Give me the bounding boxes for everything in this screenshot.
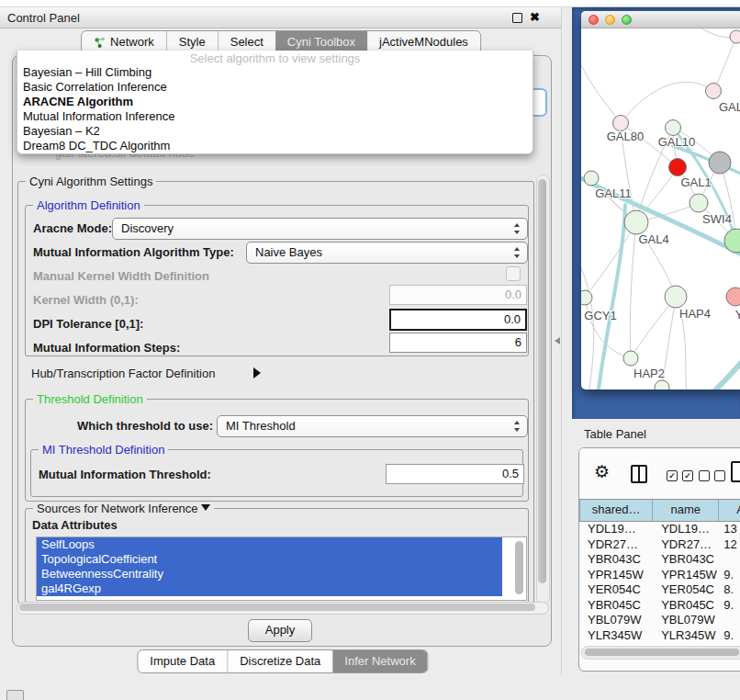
table-row[interactable]: YER054CYER054C8.	[579, 582, 740, 598]
bottom-tab-label: Discretize Data	[240, 650, 320, 672]
scrollbar-thumb[interactable]	[538, 179, 546, 583]
network-node-hap4[interactable]	[665, 286, 687, 308]
network-node-gal[interactable]	[706, 84, 722, 99]
zoom-traffic-light-icon[interactable]	[622, 15, 632, 25]
aracne-mode-combo[interactable]: Discovery	[112, 218, 528, 240]
table-row[interactable]: YBR043CYBR043C	[579, 552, 740, 568]
bottom-tab-label: Infer Network	[344, 650, 415, 672]
dropdown-item-basic-correlation-inference[interactable]: Basic Correlation Inference	[17, 80, 533, 95]
mutual-information-threshold-label: Mutual Information Threshold:	[39, 468, 211, 481]
dropdown-item-dream8-dc-tdc-algorithm[interactable]: Dream8 DC_TDC Algorithm	[17, 139, 533, 153]
network-node-gal80[interactable]	[613, 116, 629, 131]
attribute-item-selfloops[interactable]: SelfLoops	[37, 537, 502, 552]
network-node[interactable]	[730, 30, 740, 43]
dpi-tolerance-label: DPI Tolerance [0,1]:	[33, 317, 143, 331]
mi-steps-label: Mutual Information Steps:	[33, 341, 180, 355]
network-window[interactable]: GALGAL80GAL10GAL1GAL11SWI4GAL4HAP4GCY1YH…	[581, 11, 740, 390]
close-icon[interactable]: ✖	[530, 10, 540, 24]
aracne-mode-value: Discovery	[121, 219, 174, 239]
mi-threshold-definition-legend: MI Threshold Definition	[39, 443, 168, 457]
gear-icon[interactable]: ⚙	[594, 463, 610, 480]
algorithm-dropdown-popup: Select algorithm to view settings Bayesi…	[17, 51, 533, 154]
dpi-tolerance-field[interactable]: 0.0	[389, 309, 527, 331]
manual-kernel-width-checkbox[interactable]	[506, 266, 521, 281]
network-window-titlebar[interactable]	[581, 11, 740, 28]
bottom-tab-infer-network[interactable]: Infer Network	[332, 650, 427, 672]
network-node-gal4[interactable]	[624, 210, 648, 234]
mutual-information-threshold-field[interactable]: 0.5	[386, 464, 524, 484]
network-node-hap2[interactable]	[623, 351, 638, 366]
table-horizontal-scrollbar[interactable]	[581, 646, 740, 660]
dropdown-item-bayesian-k2[interactable]: Bayesian – K2	[17, 124, 533, 139]
checked-box-icon: ✓	[682, 470, 693, 481]
network-node-gcy1[interactable]	[581, 290, 592, 305]
float-window-icon[interactable]	[512, 13, 522, 23]
table-row[interactable]: YPR145WYPR145W9.	[579, 568, 740, 583]
column-header-a[interactable]: A	[719, 500, 740, 521]
settings-horizontal-scrollbar[interactable]	[17, 602, 549, 615]
data-attributes-listbox[interactable]: SelfLoopsTopologicalCoefficientBetweenne…	[36, 536, 527, 601]
expand-right-arrow-icon[interactable]	[253, 367, 261, 378]
table-cell: 9.	[720, 568, 740, 583]
table-row[interactable]: YDR27…YDR27…12	[579, 537, 740, 553]
scrollbar-thumb[interactable]	[585, 649, 739, 656]
network-tab-icon	[94, 37, 106, 49]
network-node[interactable]	[669, 159, 687, 176]
table-cell: YPR145W	[579, 568, 653, 583]
network-node-label: GAL10	[658, 135, 695, 149]
column-header-shared[interactable]: shared…	[579, 500, 653, 521]
table-cell: 12	[720, 537, 740, 553]
table-row[interactable]: YDL19…YDL19…13	[579, 522, 740, 537]
splitter-collapse-arrow-icon[interactable]	[555, 337, 560, 344]
attribute-item-gal4rgexp[interactable]: gal4RGexp	[37, 581, 502, 596]
table-panel: ⚙ ✓ ✓ shared…nameA YDL19…YDL19…13YDR27…Y…	[578, 447, 740, 672]
panel-splitter[interactable]	[561, 7, 562, 675]
bottom-left-widget-icon[interactable]	[6, 690, 24, 700]
mi-steps-field[interactable]: 6	[389, 333, 527, 353]
attribute-item-betweennesscentrality[interactable]: BetweennessCentrality	[37, 567, 502, 581]
network-node-gal1[interactable]	[690, 194, 708, 212]
which-threshold-combo[interactable]: MI Threshold	[217, 415, 528, 437]
network-canvas[interactable]: GALGAL80GAL10GAL1GAL11SWI4GAL4HAP4GCY1YH…	[581, 28, 740, 390]
network-node-label: GAL4	[638, 232, 668, 246]
screenshot-root: Control Panel ✖ NetworkStyleSelectCyni T…	[0, 0, 740, 700]
table-row[interactable]: YBL079WYBL079W	[579, 613, 740, 628]
document-icon[interactable]	[731, 461, 740, 482]
table-row[interactable]: YBR045CYBR045C9.	[579, 598, 740, 614]
hub-transcription-factor-label[interactable]: Hub/Transcription Factor Definition	[31, 367, 215, 380]
dropdown-item-bayesian-hill-climbing[interactable]: Bayesian – Hill Climbing	[17, 65, 533, 80]
bottom-tab-discretize-data[interactable]: Discretize Data	[227, 650, 332, 672]
network-node-label: GAL11	[595, 186, 632, 200]
scrollbar-thumb[interactable]	[19, 604, 535, 611]
settings-vertical-scrollbar[interactable]	[536, 175, 550, 604]
table-row[interactable]: YLR345WYLR345W9.	[579, 628, 740, 644]
kernel-width-field[interactable]: 0.0	[389, 285, 527, 305]
close-traffic-light-icon[interactable]	[589, 15, 599, 25]
mi-algorithm-type-combo[interactable]: Naive Bayes	[246, 242, 528, 264]
data-attributes-label: Data Attributes	[32, 518, 118, 532]
split-columns-icon[interactable]	[631, 465, 647, 483]
which-threshold-label: Which threshold to use:	[77, 419, 213, 433]
column-header-name[interactable]: name	[653, 500, 719, 521]
dropdown-item-aracne-algorithm[interactable]: ARACNE Algorithm	[17, 95, 533, 109]
network-desktop-background: GALGAL80GAL10GAL1GAL11SWI4GAL4HAP4GCY1YH…	[572, 7, 740, 419]
network-node[interactable]	[655, 380, 669, 390]
minimize-traffic-light-icon[interactable]	[605, 15, 615, 25]
table-cell: YDR27…	[653, 537, 720, 553]
sources-legend[interactable]: Sources for Network Inference	[33, 502, 214, 515]
list-scrollbar-thumb[interactable]	[515, 541, 523, 594]
table-cell: 9.	[720, 628, 740, 644]
network-edge-highlighted	[598, 205, 625, 390]
network-node-gal11[interactable]	[584, 171, 599, 186]
table-cell: YDL19…	[653, 522, 720, 537]
apply-button[interactable]: Apply	[248, 619, 312, 642]
network-node[interactable]	[709, 152, 731, 174]
attribute-item-topologicalcoefficient[interactable]: TopologicalCoefficient	[37, 552, 502, 567]
network-node-y[interactable]	[726, 288, 740, 306]
select-all-checkboxes-icon[interactable]: ✓ ✓	[667, 470, 693, 481]
dropdown-item-mutual-information-inference[interactable]: Mutual Information Inference	[17, 109, 533, 124]
bottom-tab-label: Impute Data	[150, 650, 215, 672]
network-node-gal10[interactable]	[666, 120, 681, 136]
deselect-all-checkboxes-icon[interactable]	[699, 470, 725, 481]
bottom-tab-impute-data[interactable]: Impute Data	[138, 650, 227, 672]
